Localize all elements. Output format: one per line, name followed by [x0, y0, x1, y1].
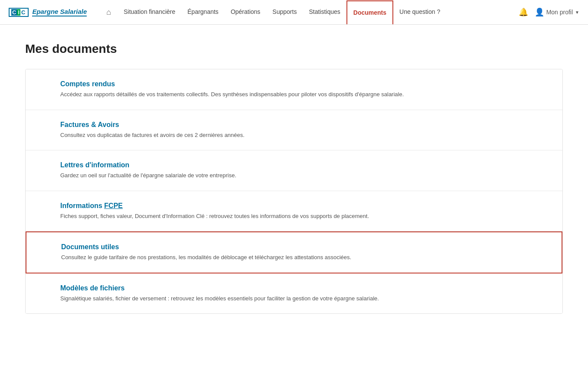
- profile-menu[interactable]: 👤 Mon profil ▼: [535, 7, 579, 17]
- profile-icon: 👤: [535, 7, 544, 17]
- doc-item-informations-fcpe[interactable]: Informations FCPEFiches support, fiches …: [26, 191, 562, 232]
- nav-situation-financiere[interactable]: Situation financière: [118, 0, 181, 25]
- doc-item-factures-avoirs[interactable]: Factures & AvoirsConsultez vos duplicata…: [26, 110, 562, 151]
- notification-bell-icon[interactable]: 🔔: [519, 7, 528, 17]
- doc-item-lettres-information[interactable]: Lettres d'informationGardez un oeil sur …: [26, 150, 562, 191]
- nav-operations[interactable]: Opérations: [225, 0, 266, 25]
- cic-logo: CIC: [9, 8, 29, 17]
- home-icon[interactable]: ⌂: [106, 8, 111, 17]
- doc-title-comptes-rendus: Comptes rendus: [60, 80, 549, 88]
- header: CIC Epargne Salariale ⌂ Situation financ…: [0, 0, 588, 25]
- doc-title-lettres-information: Lettres d'information: [60, 161, 549, 169]
- doc-desc-documents-utiles: Consultez le guide tarifaire de nos pres…: [61, 253, 549, 262]
- page-title: Mes documents: [25, 42, 563, 56]
- doc-title-documents-utiles: Documents utiles: [61, 243, 549, 251]
- main-nav: Situation financière Épargnants Opératio…: [118, 0, 518, 25]
- nav-statistiques[interactable]: Statistiques: [303, 0, 346, 25]
- doc-desc-informations-fcpe: Fiches support, fiches valeur, Document …: [60, 212, 549, 221]
- nav-documents[interactable]: Documents: [346, 0, 393, 24]
- profile-label: Mon profil: [546, 9, 573, 16]
- doc-desc-comptes-rendus: Accédez aux rapports détaillés de vos tr…: [60, 90, 549, 99]
- logo-link[interactable]: CIC Epargne Salariale: [9, 8, 87, 17]
- doc-title-modeles-fichiers: Modèles de fichiers: [60, 284, 549, 292]
- main-content: Mes documents Comptes rendusAccédez aux …: [12, 25, 576, 331]
- chevron-down-icon: ▼: [575, 10, 579, 15]
- doc-title-informations-fcpe: Informations FCPE: [60, 202, 549, 210]
- nav-une-question[interactable]: Une question ?: [393, 0, 446, 25]
- doc-desc-lettres-information: Gardez un oeil sur l'actualité de l'épar…: [60, 171, 549, 180]
- nav-supports[interactable]: Supports: [266, 0, 303, 25]
- header-right: 🔔 👤 Mon profil ▼: [519, 7, 579, 17]
- nav-epargnants[interactable]: Épargnants: [181, 0, 225, 25]
- doc-desc-modeles-fichiers: Signalétique salariés, fichier de versem…: [60, 294, 549, 303]
- doc-item-documents-utiles[interactable]: Documents utilesConsultez le guide tarif…: [26, 231, 562, 273]
- brand-name: Epargne Salariale: [32, 8, 87, 16]
- documents-list: Comptes rendusAccédez aux rapports détai…: [25, 69, 563, 314]
- doc-item-modeles-fichiers[interactable]: Modèles de fichiersSignalétique salariés…: [26, 273, 562, 314]
- doc-item-comptes-rendus[interactable]: Comptes rendusAccédez aux rapports détai…: [26, 69, 562, 110]
- doc-title-factures-avoirs: Factures & Avoirs: [60, 121, 549, 129]
- doc-desc-factures-avoirs: Consultez vos duplicatas de factures et …: [60, 131, 549, 140]
